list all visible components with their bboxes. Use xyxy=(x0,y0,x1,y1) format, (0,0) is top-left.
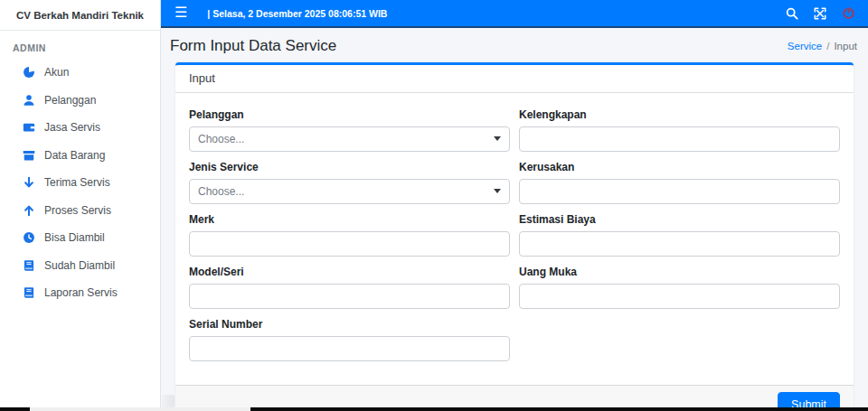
expand-icon[interactable] xyxy=(814,7,826,20)
serial-number-input[interactable] xyxy=(189,336,510,361)
pelanggan-selected-value: Choose... xyxy=(198,133,244,145)
brand-link[interactable]: CV Berkah Mandiri Teknik xyxy=(0,0,160,31)
kelengkapan-input[interactable] xyxy=(519,126,840,152)
merk-input[interactable] xyxy=(189,231,510,257)
pelanggan-select[interactable]: Choose... xyxy=(189,126,510,152)
uang-muka-group: Uang Muka xyxy=(519,266,840,309)
sidebar-item-data-barang[interactable]: Data Barang xyxy=(0,142,160,170)
pelanggan-label: Pelanggan xyxy=(189,108,510,121)
estimasi-biaya-label: Estimasi Biaya xyxy=(519,213,840,226)
sidebar-item-akun[interactable]: Akun xyxy=(0,59,160,87)
sidebar-section-label: ADMIN xyxy=(0,31,160,59)
vertical-scrollbar-thumb[interactable] xyxy=(162,395,175,407)
input-card: Input PelangganChoose...Jenis ServiceCho… xyxy=(175,62,854,411)
book-icon xyxy=(22,286,35,300)
estimasi-biaya-input[interactable] xyxy=(519,231,840,257)
breadcrumb-separator: / xyxy=(826,41,829,51)
sidebar-item-bisa-diambil[interactable]: Bisa Diambil xyxy=(0,224,160,252)
jenis-service-group: Jenis ServiceChoose... xyxy=(189,161,510,204)
merk-label: Merk xyxy=(189,213,510,226)
navbar-right xyxy=(786,7,854,20)
wallet-icon xyxy=(22,121,35,135)
sidebar-item-jasa-servis[interactable]: Jasa Servis xyxy=(0,114,160,142)
sidebar-item-terima-servis[interactable]: Terima Servis xyxy=(0,169,160,197)
sidebar-item-label: Bisa Diambil xyxy=(44,231,105,244)
kerusakan-label: Kerusakan xyxy=(519,161,840,173)
breadcrumb-service-link[interactable]: Service xyxy=(788,41,822,51)
sidebar-item-label: Laporan Servis xyxy=(44,286,118,299)
arrow-down-icon xyxy=(22,176,35,190)
power-icon[interactable] xyxy=(842,7,854,20)
uang-muka-label: Uang Muka xyxy=(519,266,840,278)
breadcrumb: Service / Input xyxy=(788,41,857,51)
sidebar-item-sudah-diambil[interactable]: Sudah Diambil xyxy=(0,252,160,280)
estimasi-biaya-group: Estimasi Biaya xyxy=(519,213,840,257)
serial-number-group: Serial Number xyxy=(189,318,510,361)
user-icon xyxy=(22,93,35,107)
sidebar-item-pelanggan[interactable]: Pelanggan xyxy=(0,87,160,115)
horizontal-scrollbar-thumb[interactable] xyxy=(30,407,250,411)
pelanggan-group: PelangganChoose... xyxy=(189,108,510,152)
book-icon xyxy=(22,258,35,272)
sidebar-item-label: Proses Servis xyxy=(44,204,111,217)
top-navbar: ☰ | Selasa, 2 Desember 2025 08:06:51 WIB xyxy=(161,0,868,28)
sidebar-item-label: Sudah Diambil xyxy=(44,259,115,272)
sidebar-menu: AkunPelangganJasa ServisData BarangTerim… xyxy=(0,59,160,307)
chevron-down-icon xyxy=(494,189,501,193)
kerusakan-group: Kerusakan xyxy=(519,161,840,204)
sidebar-item-proses-servis[interactable]: Proses Servis xyxy=(0,197,160,225)
card-title: Input xyxy=(189,71,215,85)
sidebar-item-laporan-servis[interactable]: Laporan Servis xyxy=(0,279,160,307)
sidebar: CV Berkah Mandiri Teknik ADMIN AkunPelan… xyxy=(0,0,161,411)
app-window: CV Berkah Mandiri Teknik ADMIN AkunPelan… xyxy=(0,0,868,411)
card-body: PelangganChoose...Jenis ServiceChoose...… xyxy=(175,93,854,385)
card-header: Input xyxy=(175,65,854,93)
model-seri-input[interactable] xyxy=(189,284,510,309)
archive-icon xyxy=(22,148,35,162)
search-icon[interactable] xyxy=(786,7,798,20)
content-header: Form Input Data Service Service / Input xyxy=(161,28,868,62)
navbar-datetime: | Selasa, 2 Desember 2025 08:06:51 WIB xyxy=(207,8,387,19)
sidebar-item-label: Terima Servis xyxy=(44,176,110,189)
model-seri-label: Model/Seri xyxy=(189,266,510,278)
uang-muka-input[interactable] xyxy=(519,284,840,309)
chevron-down-icon xyxy=(494,136,501,141)
menu-toggle-icon[interactable]: ☰ xyxy=(175,5,187,20)
jenis-service-select[interactable]: Choose... xyxy=(189,179,510,204)
sidebar-item-label: Jasa Servis xyxy=(44,121,100,134)
clock-icon xyxy=(22,231,35,245)
merk-group: Merk xyxy=(189,213,510,257)
breadcrumb-current: Input xyxy=(834,41,857,51)
kerusakan-input[interactable] xyxy=(519,179,840,204)
sidebar-item-label: Pelanggan xyxy=(44,94,96,107)
content-area: Form Input Data Service Service / Input … xyxy=(161,28,868,411)
main-area: ☰ | Selasa, 2 Desember 2025 08:06:51 WIB xyxy=(161,0,868,411)
sidebar-item-label: Akun xyxy=(44,66,69,79)
kelengkapan-group: Kelengkapan xyxy=(519,108,840,152)
pie-chart-icon xyxy=(22,66,35,79)
form-column-left: PelangganChoose...Jenis ServiceChoose...… xyxy=(189,108,510,385)
model-seri-group: Model/Seri xyxy=(189,266,510,309)
sidebar-item-label: Data Barang xyxy=(44,149,105,162)
serial-number-label: Serial Number xyxy=(189,318,510,331)
jenis-service-label: Jenis Service xyxy=(189,161,510,173)
page-title: Form Input Data Service xyxy=(170,37,336,55)
form-column-right: KelengkapanKerusakanEstimasi BiayaUang M… xyxy=(519,108,840,385)
kelengkapan-label: Kelengkapan xyxy=(519,108,840,121)
jenis-service-selected-value: Choose... xyxy=(198,185,244,198)
arrow-up-icon xyxy=(22,203,35,217)
